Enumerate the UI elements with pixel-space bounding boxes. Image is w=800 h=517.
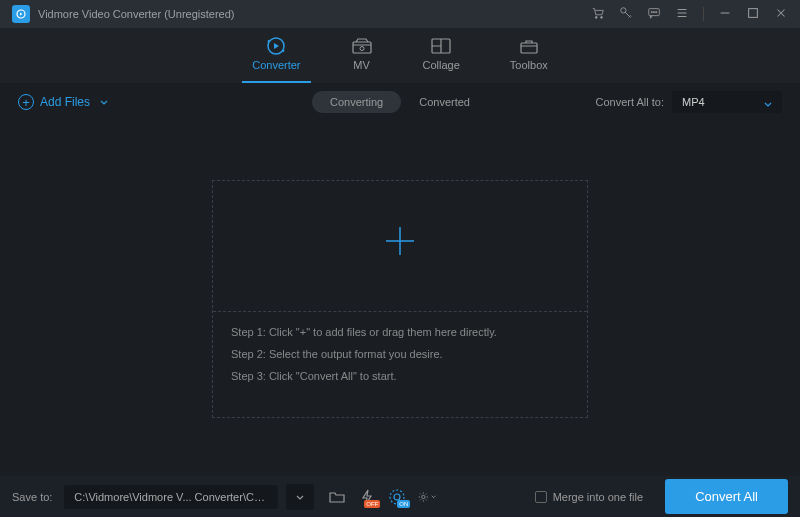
subtab-converted[interactable]: Converted xyxy=(401,91,488,113)
on-badge: ON xyxy=(397,500,410,508)
tab-converter-label: Converter xyxy=(252,59,300,71)
plus-circle-icon: + xyxy=(18,94,34,110)
tab-collage[interactable]: Collage xyxy=(423,37,460,79)
menu-icon[interactable] xyxy=(675,6,689,23)
titlebar: Vidmore Video Converter (Unregistered) xyxy=(0,0,800,28)
cart-icon[interactable] xyxy=(591,6,605,23)
collage-icon xyxy=(430,37,452,55)
svg-point-1 xyxy=(595,16,597,18)
minimize-icon[interactable] xyxy=(718,6,732,23)
svg-rect-10 xyxy=(353,42,371,53)
convert-all-button[interactable]: Convert All xyxy=(665,479,788,514)
step3-text: Step 3: Click "Convert All" to start. xyxy=(231,370,569,382)
converter-icon xyxy=(265,37,287,55)
svg-rect-13 xyxy=(521,43,537,53)
convert-all-to-label: Convert All to: xyxy=(596,96,664,108)
save-path-dropdown[interactable] xyxy=(286,484,314,510)
svg-point-15 xyxy=(394,494,400,500)
step2-text: Step 2: Select the output format you des… xyxy=(231,348,569,360)
off-badge: OFF xyxy=(364,500,380,508)
main-area: Step 1: Click "+" to add files or drag t… xyxy=(0,121,800,476)
save-path-field[interactable]: C:\Vidmore\Vidmore V... Converter\Conver… xyxy=(64,485,278,509)
maximize-icon[interactable] xyxy=(746,6,760,23)
svg-point-16 xyxy=(422,495,425,498)
merge-checkbox[interactable]: Merge into one file xyxy=(535,491,644,503)
checkbox-icon xyxy=(535,491,547,503)
close-icon[interactable] xyxy=(774,6,788,23)
format-select[interactable]: MP4 xyxy=(672,91,782,113)
svg-rect-8 xyxy=(749,8,758,17)
add-files-button[interactable]: + Add Files xyxy=(18,94,108,110)
svg-point-5 xyxy=(651,11,652,12)
step1-text: Step 1: Click "+" to add files or drag t… xyxy=(231,326,569,338)
svg-point-7 xyxy=(656,11,657,12)
toolbar: + Add Files Converting Converted Convert… xyxy=(0,83,800,121)
mv-icon xyxy=(351,37,373,55)
svg-point-2 xyxy=(601,16,603,18)
tab-mv-label: MV xyxy=(353,59,370,71)
toolbox-icon xyxy=(518,37,540,55)
chevron-down-icon xyxy=(764,98,772,110)
add-file-plus-icon[interactable] xyxy=(382,223,418,268)
nav-tabs: Converter MV Collage Toolbox xyxy=(0,28,800,83)
tab-toolbox-label: Toolbox xyxy=(510,59,548,71)
tab-converter[interactable]: Converter xyxy=(252,37,300,79)
open-folder-icon[interactable] xyxy=(328,488,346,506)
hardware-accel-icon[interactable]: OFF xyxy=(358,488,376,506)
feedback-icon[interactable] xyxy=(647,6,661,23)
tab-mv[interactable]: MV xyxy=(351,37,373,79)
tab-toolbox[interactable]: Toolbox xyxy=(510,37,548,79)
app-logo xyxy=(12,5,30,23)
tab-collage-label: Collage xyxy=(423,59,460,71)
merge-label: Merge into one file xyxy=(553,491,644,503)
settings-icon[interactable] xyxy=(418,488,436,506)
chevron-down-icon xyxy=(100,95,108,109)
add-files-label: Add Files xyxy=(40,95,90,109)
format-selected-value: MP4 xyxy=(682,96,705,108)
app-title: Vidmore Video Converter (Unregistered) xyxy=(38,8,234,20)
high-speed-icon[interactable]: ON xyxy=(388,488,406,506)
subtab-converting[interactable]: Converting xyxy=(312,91,401,113)
svg-point-6 xyxy=(653,11,654,12)
svg-point-11 xyxy=(360,47,364,51)
drop-zone[interactable]: Step 1: Click "+" to add files or drag t… xyxy=(212,180,588,418)
key-icon[interactable] xyxy=(619,6,633,23)
footer: Save to: C:\Vidmore\Vidmore V... Convert… xyxy=(0,476,800,517)
save-to-label: Save to: xyxy=(12,491,52,503)
